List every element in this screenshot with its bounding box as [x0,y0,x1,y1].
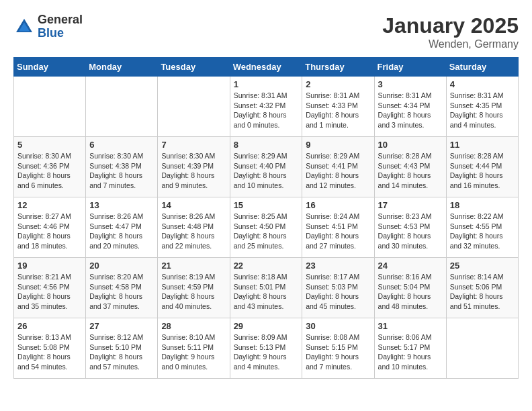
header-day-tuesday: Tuesday [158,58,230,77]
calendar-cell: 14Sunrise: 8:26 AM Sunset: 4:48 PM Dayli… [158,197,230,258]
day-number: 28 [161,321,226,331]
day-number: 4 [450,79,515,89]
calendar-cell: 29Sunrise: 8:09 AM Sunset: 5:13 PM Dayli… [230,318,302,379]
day-detail: Sunrise: 8:31 AM Sunset: 4:32 PM Dayligh… [234,91,299,130]
calendar-cell: 4Sunrise: 8:31 AM Sunset: 4:35 PM Daylig… [446,77,518,137]
day-number: 24 [378,261,443,271]
calendar-cell: 3Sunrise: 8:31 AM Sunset: 4:34 PM Daylig… [374,77,446,137]
calendar-header: SundayMondayTuesdayWednesdayThursdayFrid… [14,58,519,77]
calendar-cell: 1Sunrise: 8:31 AM Sunset: 4:32 PM Daylig… [230,77,302,137]
day-number: 31 [378,321,443,331]
day-detail: Sunrise: 8:22 AM Sunset: 4:55 PM Dayligh… [450,212,515,251]
calendar-cell: 16Sunrise: 8:24 AM Sunset: 4:51 PM Dayli… [302,197,374,258]
day-number: 25 [450,261,515,271]
calendar-cell [86,77,158,137]
day-number: 6 [89,140,154,150]
day-number: 19 [17,261,82,271]
day-number: 11 [450,140,515,150]
day-number: 13 [89,200,154,210]
week-row-3: 12Sunrise: 8:27 AM Sunset: 4:46 PM Dayli… [14,197,519,258]
calendar-cell: 10Sunrise: 8:28 AM Sunset: 4:43 PM Dayli… [374,137,446,197]
day-detail: Sunrise: 8:28 AM Sunset: 4:44 PM Dayligh… [450,151,515,191]
day-number: 12 [17,200,82,210]
day-number: 26 [17,321,82,331]
logo: General Blue [13,13,83,40]
logo-general: General [38,13,83,26]
title-block: January 2025 Wenden, Germany [382,13,519,50]
calendar-cell: 6Sunrise: 8:30 AM Sunset: 4:38 PM Daylig… [86,137,158,197]
page-title: January 2025 [382,13,519,38]
calendar-cell: 22Sunrise: 8:18 AM Sunset: 5:01 PM Dayli… [230,258,302,318]
header-day-friday: Friday [374,58,446,77]
calendar-cell [446,318,518,379]
calendar-cell: 18Sunrise: 8:22 AM Sunset: 4:55 PM Dayli… [446,197,518,258]
calendar-cell: 11Sunrise: 8:28 AM Sunset: 4:44 PM Dayli… [446,137,518,197]
day-detail: Sunrise: 8:20 AM Sunset: 4:58 PM Dayligh… [89,272,154,312]
day-number: 20 [89,261,154,271]
day-number: 29 [234,321,299,331]
day-detail: Sunrise: 8:30 AM Sunset: 4:36 PM Dayligh… [17,151,82,191]
day-detail: Sunrise: 8:31 AM Sunset: 4:35 PM Dayligh… [450,91,515,130]
day-detail: Sunrise: 8:09 AM Sunset: 5:13 PM Dayligh… [234,332,299,372]
day-detail: Sunrise: 8:25 AM Sunset: 4:50 PM Dayligh… [234,212,299,251]
day-detail: Sunrise: 8:29 AM Sunset: 4:40 PM Dayligh… [234,151,299,191]
calendar-cell: 21Sunrise: 8:19 AM Sunset: 4:59 PM Dayli… [158,258,230,318]
day-detail: Sunrise: 8:31 AM Sunset: 4:34 PM Dayligh… [378,91,443,130]
day-number: 21 [161,261,226,271]
day-detail: Sunrise: 8:27 AM Sunset: 4:46 PM Dayligh… [17,212,82,251]
calendar-cell: 26Sunrise: 8:13 AM Sunset: 5:08 PM Dayli… [14,318,86,379]
calendar-cell: 20Sunrise: 8:20 AM Sunset: 4:58 PM Dayli… [86,258,158,318]
calendar-cell: 8Sunrise: 8:29 AM Sunset: 4:40 PM Daylig… [230,137,302,197]
day-detail: Sunrise: 8:12 AM Sunset: 5:10 PM Dayligh… [89,332,154,372]
header-day-thursday: Thursday [302,58,374,77]
day-number: 2 [306,79,370,89]
day-number: 9 [306,140,370,150]
calendar-cell: 12Sunrise: 8:27 AM Sunset: 4:46 PM Dayli… [14,197,86,258]
day-number: 1 [234,79,299,89]
header-row: SundayMondayTuesdayWednesdayThursdayFrid… [14,58,519,77]
day-detail: Sunrise: 8:19 AM Sunset: 4:59 PM Dayligh… [161,272,226,312]
week-row-4: 19Sunrise: 8:21 AM Sunset: 4:56 PM Dayli… [14,258,519,318]
calendar-cell: 2Sunrise: 8:31 AM Sunset: 4:33 PM Daylig… [302,77,374,137]
calendar-cell [158,77,230,137]
calendar-cell: 5Sunrise: 8:30 AM Sunset: 4:36 PM Daylig… [14,137,86,197]
header-day-wednesday: Wednesday [230,58,302,77]
calendar-cell: 7Sunrise: 8:30 AM Sunset: 4:39 PM Daylig… [158,137,230,197]
day-number: 8 [234,140,299,150]
day-number: 17 [378,200,443,210]
day-number: 15 [234,200,299,210]
day-detail: Sunrise: 8:17 AM Sunset: 5:03 PM Dayligh… [306,272,370,312]
calendar-cell: 23Sunrise: 8:17 AM Sunset: 5:03 PM Dayli… [302,258,374,318]
logo-icon [13,16,35,38]
day-number: 16 [306,200,370,210]
week-row-5: 26Sunrise: 8:13 AM Sunset: 5:08 PM Dayli… [14,318,519,379]
calendar-cell: 9Sunrise: 8:29 AM Sunset: 4:41 PM Daylig… [302,137,374,197]
week-row-2: 5Sunrise: 8:30 AM Sunset: 4:36 PM Daylig… [14,137,519,197]
calendar-table: SundayMondayTuesdayWednesdayThursdayFrid… [13,57,519,379]
calendar-cell: 30Sunrise: 8:08 AM Sunset: 5:15 PM Dayli… [302,318,374,379]
day-number: 3 [378,79,443,89]
day-detail: Sunrise: 8:30 AM Sunset: 4:39 PM Dayligh… [161,151,226,191]
day-number: 10 [378,140,443,150]
day-number: 14 [161,200,226,210]
calendar-body: 1Sunrise: 8:31 AM Sunset: 4:32 PM Daylig… [14,77,519,379]
header-day-sunday: Sunday [14,58,86,77]
day-detail: Sunrise: 8:06 AM Sunset: 5:17 PM Dayligh… [378,332,443,372]
day-number: 27 [89,321,154,331]
day-detail: Sunrise: 8:29 AM Sunset: 4:41 PM Dayligh… [306,151,370,191]
calendar-cell: 25Sunrise: 8:14 AM Sunset: 5:06 PM Dayli… [446,258,518,318]
calendar-cell: 15Sunrise: 8:25 AM Sunset: 4:50 PM Dayli… [230,197,302,258]
day-detail: Sunrise: 8:13 AM Sunset: 5:08 PM Dayligh… [17,332,82,372]
day-number: 23 [306,261,370,271]
day-detail: Sunrise: 8:16 AM Sunset: 5:04 PM Dayligh… [378,272,443,312]
day-detail: Sunrise: 8:10 AM Sunset: 5:11 PM Dayligh… [161,332,226,372]
day-detail: Sunrise: 8:21 AM Sunset: 4:56 PM Dayligh… [17,272,82,312]
calendar-cell: 24Sunrise: 8:16 AM Sunset: 5:04 PM Dayli… [374,258,446,318]
day-detail: Sunrise: 8:31 AM Sunset: 4:33 PM Dayligh… [306,91,370,130]
calendar-cell: 19Sunrise: 8:21 AM Sunset: 4:56 PM Dayli… [14,258,86,318]
page-header: General Blue January 2025 Wenden, German… [13,13,519,50]
day-detail: Sunrise: 8:26 AM Sunset: 4:47 PM Dayligh… [89,212,154,251]
calendar-cell: 17Sunrise: 8:23 AM Sunset: 4:53 PM Dayli… [374,197,446,258]
day-number: 18 [450,200,515,210]
page-subtitle: Wenden, Germany [382,38,519,50]
